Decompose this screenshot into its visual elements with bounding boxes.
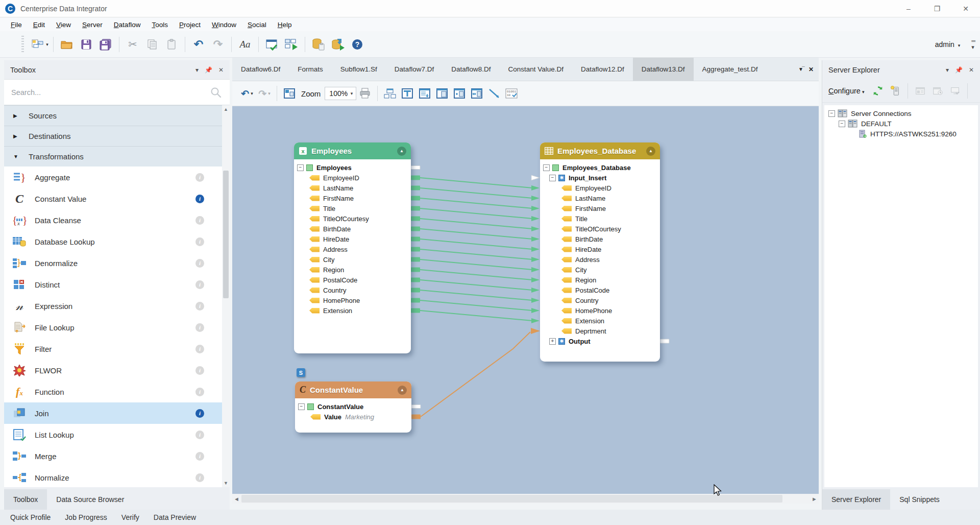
toolbar-overflow-icon[interactable]: ═▾ [971,38,975,51]
info-icon[interactable]: i [195,173,204,182]
scroll-right-icon[interactable]: ► [810,494,819,504]
toolbox-item-aggregate[interactable]: }Aggregatei [4,166,223,188]
info-icon[interactable]: i [195,259,204,268]
add-server-icon[interactable] [888,83,903,99]
toolbox-item-distinct[interactable]: Distincti [4,274,223,295]
tab-dataflow12-df[interactable]: Dataflow12.Df [572,58,633,81]
close-tab-icon[interactable]: ✕ [808,66,814,73]
undo-icon[interactable]: ↶ [190,35,207,54]
link-tool-icon[interactable] [486,85,502,102]
expander-icon[interactable]: − [839,121,845,127]
toolbox-item-merge[interactable]: Mergei [4,445,223,467]
node-employees-database[interactable]: Employees_Database▲−Employees_Database−✱… [540,142,660,362]
scroll-left-icon[interactable]: ◄ [232,494,241,504]
menu-project[interactable]: Project [174,19,206,30]
cut-icon[interactable]: ✂ [124,35,141,54]
status-job-progress[interactable]: Job Progress [59,513,113,521]
toolbox-item-filter[interactable]: Filteri [4,338,223,360]
menu-server[interactable]: Server [77,19,108,30]
menu-social[interactable]: Social [242,19,272,30]
dock-tab-sql-snippets[interactable]: Sql Snippets [890,489,949,510]
toolbox-item-list-lookup[interactable]: List Lookupi [4,424,223,445]
toolbox-item-normalize[interactable]: Normalizei [4,467,223,487]
section-destinations[interactable]: ▶Destinations [4,126,223,146]
scroll-down-icon[interactable]: ▼ [222,479,230,487]
info-icon[interactable]: i [195,280,204,289]
collapse-icon[interactable]: ▲ [646,147,655,156]
toolbox-item-database-lookup[interactable]: Database Lookupi [4,231,223,252]
expander-icon[interactable]: − [828,110,835,117]
status-verify[interactable]: Verify [115,513,145,521]
search-input[interactable] [11,88,195,97]
expander-icon[interactable]: − [298,403,305,410]
toolbox-item-constant-value[interactable]: CConstant Valuei [4,188,223,209]
scrollbar-thumb[interactable] [223,171,229,298]
raw-preview-icon[interactable]: 0100110 [504,85,519,102]
menu-dataflow[interactable]: Dataflow [108,19,146,30]
tab-dataflow13-df[interactable]: Dataflow13.Df [633,58,694,81]
dock-right-icon[interactable] [434,85,450,102]
tab-constant-value-df[interactable]: Constant Value.Df [499,58,572,81]
dock-tab-server-explorer[interactable]: Server Explorer [822,489,890,510]
toolbox-item-join[interactable]: Joini [4,402,223,424]
expander-icon[interactable]: − [543,164,550,171]
font-icon[interactable]: Aa [236,35,254,54]
expander-icon[interactable]: − [549,175,556,181]
tab-list-icon[interactable]: ▼̅ [798,66,803,72]
toolbox-scrollbar[interactable]: ▲ ▼ [222,105,230,487]
panel-close-icon[interactable]: ✕ [969,66,974,74]
panel-menu-icon[interactable]: ▾ [946,66,949,74]
refresh-icon[interactable] [870,83,886,99]
close-button[interactable]: ✕ [951,0,980,17]
panel-close-icon[interactable]: ✕ [218,66,224,74]
expander-icon[interactable]: − [297,164,304,171]
menu-view[interactable]: View [51,19,77,30]
tab-subflow1-sf[interactable]: Subflow1.Sf [332,58,386,81]
dock-tab-data-source-browser[interactable]: Data Source Browser [47,489,133,510]
tab-dataflow7-df[interactable]: Dataflow7.Df [386,58,443,81]
collapse-icon[interactable]: ▲ [398,386,407,395]
canvas-horizontal-scrollbar[interactable]: ◄ ► [232,494,819,504]
list-down-icon[interactable] [417,85,432,102]
menu-file[interactable]: File [5,19,28,30]
node-header[interactable]: CConstantValue▲ [295,381,411,398]
redo-icon[interactable]: ↷▾ [257,85,272,102]
tree-node-https-astwks251-9260[interactable]: HTTPS://ASTWKS251:9260 [824,129,978,139]
distribute-icon[interactable] [382,85,398,102]
info-icon[interactable]: i [195,388,204,396]
help-icon[interactable]: ? [349,35,366,54]
toolbox-item-flwor[interactable]: FLWORi [4,360,223,381]
pin-icon[interactable]: 📌 [205,66,212,74]
redo-icon[interactable]: ↷ [209,35,227,54]
info-icon[interactable]: i [195,409,204,418]
info-icon[interactable]: i [195,473,204,482]
panel-menu-icon[interactable]: ▾ [195,66,199,74]
node-header[interactable]: Employees_Database▲ [540,142,660,159]
menu-edit[interactable]: Edit [28,19,51,30]
toolbox-item-denormalize[interactable]: Denormalizei [4,252,223,274]
configure-button[interactable]: Configure▾ [828,87,864,95]
info-icon[interactable]: i [195,366,204,375]
menu-help[interactable]: Help [272,19,298,30]
toolbox-item-data-cleanse[interactable]: {x}Data Cleansei [4,209,223,231]
section-transformations[interactable]: ▼Transformations [4,146,223,166]
menu-tools[interactable]: Tools [146,19,174,30]
paste-icon[interactable] [163,35,180,54]
scroll-up-icon[interactable]: ▲ [222,105,230,113]
open-folder-icon[interactable] [58,35,76,54]
toolbox-item-file-lookup[interactable]: File Lookupi [4,317,223,338]
info-icon[interactable]: i [195,323,204,332]
info-icon[interactable]: i [195,237,204,246]
expander-icon[interactable]: + [549,338,556,345]
new-dataflow-icon[interactable]: ▾ [31,35,48,54]
tab-dataflow6-df[interactable]: Dataflow6.Df [232,58,289,81]
tree-node-server-connections[interactable]: −Server Connections [824,108,978,118]
info-icon[interactable]: i [195,431,204,439]
save-all-icon[interactable] [97,35,114,54]
status-quick-profile[interactable]: Quick Profile [4,513,57,521]
info-icon[interactable]: i [195,195,204,203]
fit-width-icon[interactable] [469,85,484,102]
restore-button[interactable]: ❐ [923,0,951,17]
run-job-icon[interactable] [329,35,347,54]
info-icon[interactable]: i [195,452,204,461]
